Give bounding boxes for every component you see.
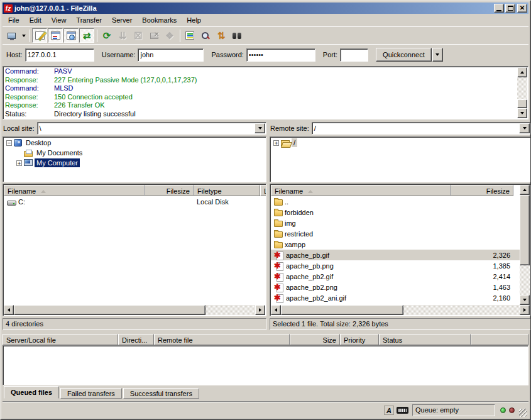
log-line-text: 227 Entering Passive Mode (127,0,0,1,17,… xyxy=(54,76,197,85)
local-column-filename[interactable]: Filename xyxy=(4,185,145,196)
scroll-right-button[interactable] xyxy=(520,305,530,315)
reconnect-button[interactable]: ❖ xyxy=(162,28,177,43)
tab-queued-files[interactable]: Queued files xyxy=(4,386,59,399)
tree-item-my-computer[interactable]: +My Computer xyxy=(4,158,265,168)
minimize-button[interactable] xyxy=(494,4,504,13)
updir-folder-icon xyxy=(274,199,283,206)
log-line-text: PASV xyxy=(54,67,72,76)
scroll-left-button[interactable] xyxy=(271,305,281,315)
tree-item-my-documents[interactable]: My Documents xyxy=(4,148,265,158)
file-row-xampp[interactable]: xampp xyxy=(271,239,520,250)
scroll-thumb[interactable] xyxy=(281,305,403,315)
queue-column-priority[interactable]: Priority xyxy=(340,334,379,345)
remote-column-filesize[interactable]: Filesize xyxy=(451,185,513,196)
local-column-filesize[interactable]: Filesize xyxy=(145,185,194,196)
toggle-message-log-button[interactable] xyxy=(32,28,47,43)
scroll-thumb[interactable] xyxy=(14,305,205,315)
cell-filename: C: xyxy=(4,196,145,207)
log-line-response: Response:227 Entering Passive Mode (127,… xyxy=(5,76,517,85)
menu-bookmarks[interactable]: Bookmarks xyxy=(137,14,182,26)
combobox-dropdown-button[interactable] xyxy=(255,123,265,133)
file-row-restricted[interactable]: restricted xyxy=(271,228,520,239)
tree-item-desktop[interactable]: −Desktop xyxy=(4,138,265,148)
password-input[interactable] xyxy=(246,48,315,62)
expand-icon[interactable]: + xyxy=(273,140,279,146)
tab-successful-transfers[interactable]: Successful transfers xyxy=(123,388,199,399)
folder-icon xyxy=(274,210,283,216)
file-row-forbidden[interactable]: forbidden xyxy=(271,207,520,218)
expand-icon[interactable]: + xyxy=(16,160,22,166)
combobox-dropdown-button[interactable] xyxy=(519,123,530,133)
queue-column-blank[interactable] xyxy=(471,334,528,345)
local-horizontal-scrollbar[interactable] xyxy=(4,305,265,315)
queue-column-remote-file[interactable]: Remote file xyxy=(154,334,290,345)
queue-column-server-local-file[interactable]: Server/Local file xyxy=(3,334,118,345)
process-queue-button[interactable]: ⇊ xyxy=(115,28,130,43)
collapse-icon[interactable]: − xyxy=(6,140,12,146)
scroll-left-button[interactable] xyxy=(4,305,14,315)
local-column-l[interactable]: L xyxy=(260,185,266,196)
menu-file[interactable]: File xyxy=(3,14,25,26)
remote-horizontal-scrollbar[interactable] xyxy=(271,305,530,315)
site-manager-button-dropdown[interactable] xyxy=(19,28,28,43)
refresh-button[interactable]: ⟳ xyxy=(99,28,114,43)
cancel-button[interactable]: ☒ xyxy=(131,28,146,43)
title-bar[interactable]: fz john@127.0.0.1 - FileZilla ✕ xyxy=(3,3,528,14)
quickconnect-dropdown-button[interactable] xyxy=(432,48,443,62)
queue-column-status[interactable]: Status xyxy=(379,334,471,345)
host-input[interactable] xyxy=(25,48,94,62)
queue-column-directi-[interactable]: Directi... xyxy=(118,334,154,345)
menu-help[interactable]: Help xyxy=(182,14,206,26)
cell-filesize xyxy=(451,218,513,228)
toggle-local-tree-button[interactable] xyxy=(48,28,63,43)
scroll-down-button[interactable] xyxy=(520,295,530,305)
file-row-img[interactable]: img xyxy=(271,218,520,228)
quickconnect-button[interactable]: Quickconnect xyxy=(376,48,432,62)
tab-failed-transfers[interactable]: Failed transfers xyxy=(60,388,122,399)
menu-view[interactable]: View xyxy=(47,14,72,26)
resize-grip[interactable] xyxy=(519,409,527,417)
scroll-thumb[interactable] xyxy=(520,195,530,265)
file-row-apache-pb-gif[interactable]: apache_pb.gif2,326 xyxy=(271,250,520,260)
file-row-apache-pb-png[interactable]: apache_pb.png1,385 xyxy=(271,260,520,271)
scroll-right-button[interactable] xyxy=(255,305,265,315)
local-list-header: FilenameFilesizeFiletypeL xyxy=(4,185,265,196)
remote-site-combobox[interactable]: / xyxy=(312,122,531,135)
scroll-track[interactable] xyxy=(205,305,255,315)
synchronized-browsing-button[interactable]: ⇅ xyxy=(214,28,229,43)
scroll-track[interactable] xyxy=(520,265,530,295)
filter-button[interactable] xyxy=(182,28,197,43)
scroll-up-button[interactable] xyxy=(520,185,530,195)
site-manager-button[interactable] xyxy=(4,28,19,43)
file-row--[interactable]: .. xyxy=(271,196,520,207)
menu-edit[interactable]: Edit xyxy=(25,14,47,26)
scroll-thumb[interactable] xyxy=(517,99,527,108)
queue-column-size[interactable]: Size xyxy=(290,334,340,345)
password-label: Password: xyxy=(211,51,243,58)
username-input[interactable] xyxy=(138,48,204,62)
file-row-apache-pb2-ani-gif[interactable]: apache_pb2_ani.gif2,160 xyxy=(271,292,520,303)
file-row-c-[interactable]: C:Local Disk xyxy=(4,196,265,207)
toggle-remote-tree-button[interactable] xyxy=(63,28,79,43)
file-row-apache-pb2-png[interactable]: apache_pb2.png1,463 xyxy=(271,282,520,292)
menu-transfer[interactable]: Transfer xyxy=(71,14,107,26)
compare-directories-button[interactable] xyxy=(229,28,244,43)
close-button[interactable]: ✕ xyxy=(517,4,527,13)
file-row-apache-pb2-gif[interactable]: apache_pb2.gif2,414 xyxy=(271,271,520,282)
scroll-track[interactable] xyxy=(403,305,520,315)
message-log-scrollbar[interactable] xyxy=(517,67,527,118)
local-site-combobox[interactable]: \ xyxy=(37,122,266,135)
local-column-filetype[interactable]: Filetype xyxy=(194,185,260,196)
scroll-track[interactable] xyxy=(517,77,527,99)
disconnect-button[interactable] xyxy=(146,28,161,43)
menu-server[interactable]: Server xyxy=(107,14,137,26)
remote-column-filename[interactable]: Filename xyxy=(271,185,451,196)
maximize-button[interactable] xyxy=(505,4,515,13)
find-files-button[interactable] xyxy=(198,28,213,43)
remote-vertical-scrollbar[interactable] xyxy=(520,185,530,305)
scroll-down-button[interactable] xyxy=(517,108,527,118)
toggle-queue-button[interactable]: ⇄ xyxy=(79,28,94,43)
port-input[interactable] xyxy=(340,48,368,62)
scroll-up-button[interactable] xyxy=(517,67,527,77)
tree-item--[interactable]: +/ xyxy=(271,138,529,148)
